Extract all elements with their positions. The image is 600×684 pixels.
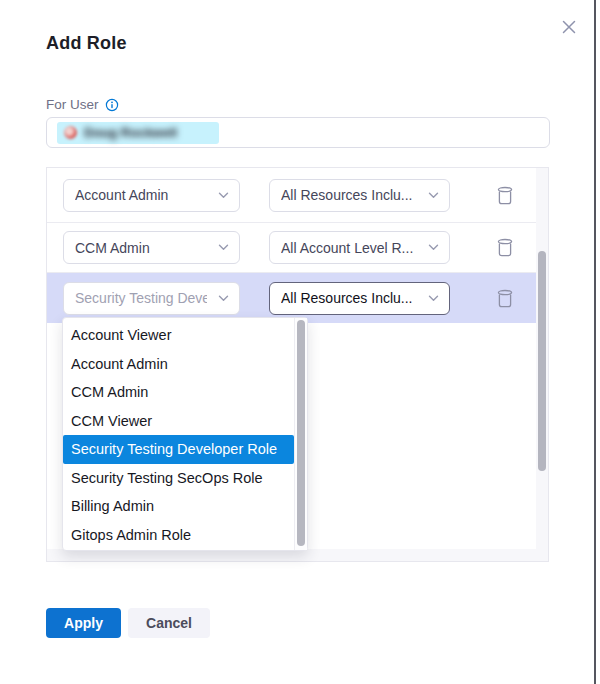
trash-icon[interactable] [494, 236, 516, 260]
dropdown-scrollbar-thumb[interactable] [297, 320, 305, 546]
dropdown-option[interactable]: Account Admin [63, 350, 294, 379]
resource-group-value: All Resources Inclu... [281, 187, 413, 203]
resource-group-value: All Resources Inclu... [281, 290, 413, 306]
user-chip[interactable]: Doug Rockwell [57, 122, 219, 144]
chevron-down-icon [218, 295, 229, 302]
chevron-down-icon [428, 192, 439, 199]
scrollbar-thumb[interactable] [538, 251, 546, 471]
role-select[interactable]: CCM Admin [63, 231, 240, 264]
dropdown-option[interactable]: Billing Admin [63, 492, 294, 521]
user-chip-name: Doug Rockwell [84, 125, 177, 140]
close-icon[interactable] [557, 15, 581, 39]
role-row-2: CCM Admin All Account Level R... [47, 223, 536, 273]
info-icon[interactable] [105, 98, 119, 112]
resource-group-select[interactable]: All Account Level R... [269, 231, 450, 264]
chevron-down-icon [218, 192, 229, 199]
trash-icon[interactable] [494, 286, 516, 310]
role-select[interactable]: Account Admin [63, 179, 240, 212]
role-dropdown-menu: Account Viewer Account Admin CCM Admin C… [62, 317, 308, 551]
chevron-down-icon [428, 244, 439, 251]
role-select-open[interactable]: Security Testing Deve [63, 282, 240, 315]
dropdown-scrollbar[interactable] [294, 318, 307, 550]
dropdown-option[interactable]: Security Testing Developer Role [63, 435, 294, 464]
user-avatar [64, 126, 77, 139]
for-user-label-row: For User [46, 97, 119, 112]
resource-group-select[interactable]: All Resources Inclu... [269, 282, 450, 315]
modal-edge-divider [594, 0, 596, 684]
resource-group-select[interactable]: All Resources Inclu... [269, 179, 450, 212]
role-row-1: Account Admin All Resources Inclu... [47, 168, 536, 223]
dropdown-option[interactable]: CCM Viewer [63, 407, 294, 436]
user-field[interactable]: Doug Rockwell [46, 117, 550, 148]
page-title: Add Role [46, 33, 127, 54]
apply-button[interactable]: Apply [46, 608, 121, 638]
dropdown-option[interactable]: Gitops Admin Role [63, 521, 294, 550]
dropdown-option[interactable]: CCM Admin [63, 378, 294, 407]
vertical-scrollbar[interactable] [536, 168, 548, 561]
role-select-value: Account Admin [75, 187, 168, 203]
chevron-down-icon [428, 295, 439, 302]
cancel-button[interactable]: Cancel [128, 608, 210, 638]
role-select-value: CCM Admin [75, 240, 150, 256]
chevron-down-icon [218, 244, 229, 251]
dropdown-option[interactable]: Security Testing SecOps Role [63, 464, 294, 493]
role-select-value: Security Testing Deve [75, 290, 207, 306]
add-role-modal: Add Role For User Doug Rockwell Account … [0, 0, 600, 684]
resource-group-value: All Account Level R... [281, 240, 413, 256]
trash-icon[interactable] [494, 183, 516, 207]
for-user-label: For User [46, 97, 99, 112]
dropdown-option[interactable]: Account Viewer [63, 321, 294, 350]
role-row-3-active: Security Testing Deve All Resources Incl… [47, 273, 536, 323]
